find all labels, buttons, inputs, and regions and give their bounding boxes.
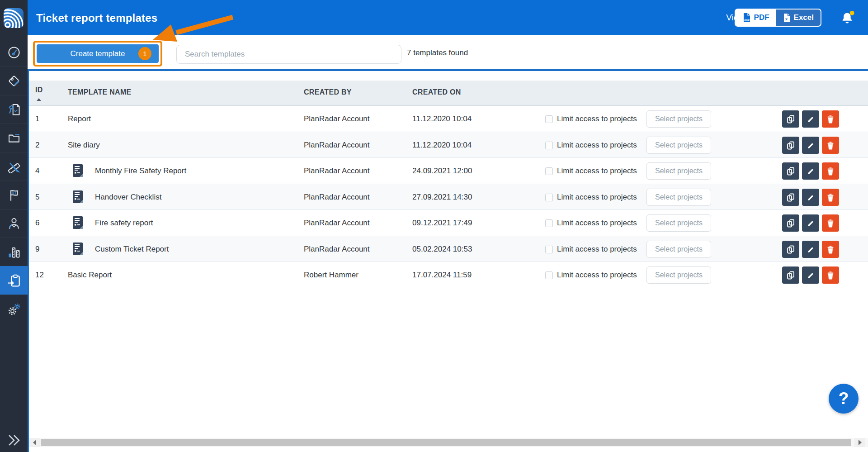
sidebar-item-contacts[interactable] — [0, 209, 28, 238]
select-projects-button[interactable]: Select projects — [646, 214, 711, 232]
limit-access-checkbox[interactable] — [545, 271, 553, 279]
table-row: 5 Handover Checklist PlanRadar Account 2… — [29, 184, 868, 210]
edit-button[interactable] — [802, 189, 819, 206]
sidebar-item-projects[interactable] — [0, 124, 28, 152]
app-root: Ticket report templates View PDF PDF — [0, 0, 868, 452]
row-id: 2 — [35, 132, 39, 158]
planradar-logo[interactable] — [4, 8, 24, 28]
limit-access-checkbox[interactable] — [545, 194, 553, 201]
copy-button[interactable] — [782, 266, 799, 284]
select-projects-button[interactable]: Select projects — [646, 110, 711, 128]
select-projects-button[interactable]: Select projects — [646, 137, 711, 154]
limit-access-label: Limit access to projects — [557, 262, 637, 288]
sidebar-item-statistics[interactable] — [0, 238, 28, 266]
created-on: 11.12.2020 10:04 — [412, 106, 472, 132]
select-projects-button[interactable]: Select projects — [646, 189, 711, 206]
row-actions — [782, 241, 839, 258]
settings-gears-icon — [7, 302, 21, 316]
excel-toggle-button[interactable]: x Excel — [776, 10, 821, 26]
scroll-left-button[interactable] — [29, 438, 40, 447]
column-header-template-name[interactable]: TEMPLATE NAME — [68, 88, 132, 96]
row-id: 1 — [35, 106, 39, 132]
select-projects-button[interactable]: Select projects — [646, 266, 711, 284]
scroll-right-button[interactable] — [854, 438, 865, 447]
copy-button[interactable] — [782, 110, 799, 128]
row-actions — [782, 137, 839, 154]
sidebar-item-approvals[interactable] — [0, 95, 28, 124]
edit-button[interactable] — [802, 266, 819, 284]
flag-icon — [7, 188, 21, 202]
delete-button[interactable] — [822, 241, 839, 258]
report-template-icon — [72, 190, 84, 204]
sidebar-item-tickets[interactable] — [0, 67, 28, 95]
template-name: Basic Report — [68, 262, 112, 288]
delete-button[interactable] — [822, 189, 839, 206]
delete-button[interactable] — [822, 162, 839, 180]
created-by: PlanRadar Account — [304, 236, 370, 262]
limit-access-checkbox[interactable] — [545, 246, 553, 253]
copy-button[interactable] — [782, 162, 799, 180]
created-on: 05.02.2024 10:53 — [412, 236, 472, 262]
created-by: PlanRadar Account — [304, 132, 370, 158]
sidebar-collapse-button[interactable] — [0, 430, 28, 451]
edit-button[interactable] — [802, 137, 819, 154]
plans-ruler-pencil-icon — [7, 160, 21, 173]
copy-button[interactable] — [782, 241, 799, 258]
select-projects-button[interactable]: Select projects — [646, 241, 711, 258]
edit-button[interactable] — [802, 214, 819, 232]
row-actions — [782, 214, 839, 232]
delete-button[interactable] — [822, 214, 839, 232]
delete-button[interactable] — [822, 266, 839, 284]
sort-ascending-icon — [37, 98, 41, 101]
horizontal-scrollbar[interactable] — [29, 438, 868, 447]
delete-button[interactable] — [822, 137, 839, 154]
column-header-id[interactable]: ID — [35, 86, 43, 94]
sidebar-item-dashboard[interactable] — [0, 38, 28, 67]
column-header-created-on[interactable]: CREATED ON — [412, 88, 461, 96]
template-name: Custom Ticket Report — [95, 236, 169, 262]
scrollbar-thumb[interactable] — [41, 439, 851, 446]
pdf-toggle-button[interactable]: PDF PDF — [736, 10, 776, 26]
help-button[interactable]: ? — [829, 384, 859, 414]
limit-access-checkbox[interactable] — [545, 167, 553, 175]
search-input[interactable] — [176, 45, 401, 64]
created-on: 27.09.2021 14:30 — [412, 184, 472, 210]
sidebar-item-tasks[interactable] — [0, 181, 28, 209]
folder-icon — [7, 131, 21, 145]
row-actions — [782, 162, 839, 180]
edit-button[interactable] — [802, 110, 819, 128]
sidebar-item-plans[interactable] — [0, 152, 28, 181]
copy-button[interactable] — [782, 189, 799, 206]
view-format-toggle: PDF PDF x Excel — [735, 9, 821, 27]
create-template-button[interactable]: Create template 1 — [37, 44, 159, 63]
delete-button[interactable] — [822, 110, 839, 128]
limit-access-label: Limit access to projects — [557, 106, 637, 132]
scroll-left-arrow-icon — [33, 440, 36, 445]
limit-access-checkbox[interactable] — [545, 115, 553, 123]
template-name: Handover Checklist — [95, 184, 161, 210]
row-id: 12 — [35, 262, 44, 288]
limit-access-checkbox[interactable] — [545, 219, 553, 227]
pdf-label: PDF — [754, 13, 769, 22]
edit-button[interactable] — [802, 162, 819, 180]
limit-access-checkbox[interactable] — [545, 142, 553, 149]
notifications-button[interactable] — [840, 10, 855, 25]
reports-clipboard-icon — [7, 273, 21, 288]
report-template-icon — [72, 242, 84, 256]
select-projects-button[interactable]: Select projects — [646, 162, 711, 180]
top-header-bar: Ticket report templates View PDF PDF — [28, 0, 868, 35]
statistics-chart-icon — [7, 245, 21, 259]
content-left-border-line — [28, 71, 29, 452]
sidebar-nav — [0, 38, 28, 323]
copy-button[interactable] — [782, 214, 799, 232]
excel-label: Excel — [794, 13, 814, 22]
edit-button[interactable] — [802, 241, 819, 258]
row-actions — [782, 189, 839, 206]
double-chevron-right-icon — [6, 433, 22, 447]
column-header-created-by[interactable]: CREATED BY — [304, 88, 352, 96]
sidebar-item-settings[interactable] — [0, 295, 28, 323]
copy-button[interactable] — [782, 137, 799, 154]
sidebar-item-ticket-reports[interactable] — [0, 266, 28, 295]
page-title: Ticket report templates — [36, 12, 157, 24]
table-row: 4 Monthly Fire Safety Report PlanRadar A… — [29, 158, 868, 184]
